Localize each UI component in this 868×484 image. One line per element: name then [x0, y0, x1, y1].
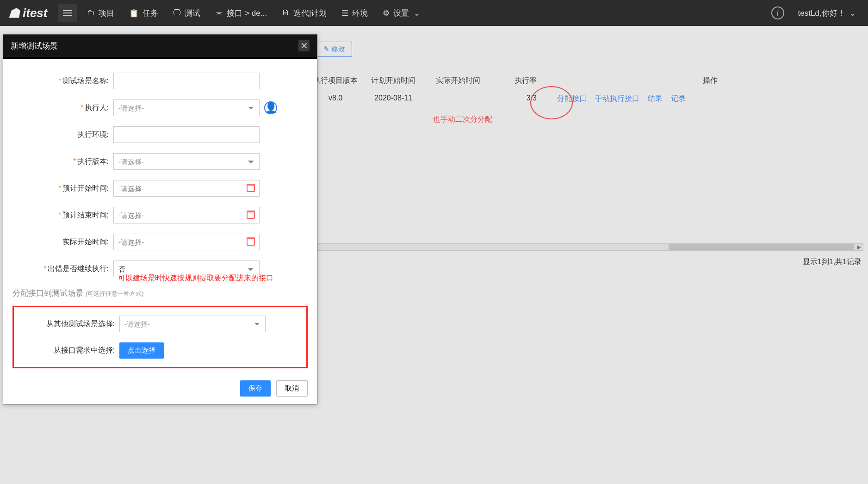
label-plan-start: *预计开始时间:	[12, 184, 113, 193]
row-from-req: 从接口需求中选择: 点击选择	[19, 342, 302, 359]
modal-body: *测试场景名称: *执行人: -请选择- 👤 执行环境: *执行版本: -请选择…	[3, 59, 317, 378]
nav-api[interactable]: ⫘接口 > de...	[208, 0, 274, 26]
add-scene-modal: 新增测试场景 ✕ *测试场景名称: *执行人: -请选择- 👤 执行环境: *执…	[3, 34, 317, 404]
nav-settings[interactable]: ⚙设置 ⌄	[375, 0, 427, 26]
nav-user-greeting[interactable]: testLd,你好！ ⌄	[793, 0, 862, 26]
section-assign-hint: (可选择任意一种方式)	[86, 290, 144, 297]
nav-iteration[interactable]: 🗎迭代|计划	[274, 0, 334, 26]
row-version: *执行版本: -请选择-	[12, 153, 308, 170]
row-plan-start: *预计开始时间:	[12, 180, 308, 197]
search-user-button[interactable]: 👤	[264, 101, 277, 114]
cancel-button[interactable]: 取消	[276, 380, 308, 397]
brand-text: itest	[23, 6, 47, 20]
nav-project[interactable]: 🗀项目	[80, 0, 122, 26]
row-scene-name: *测试场景名称:	[12, 73, 308, 89]
doc-icon: 🗎	[282, 8, 290, 18]
top-navbar: ☗ itest 🗀项目 📋任务 🖵测试 ⫘接口 > de... 🗎迭代|计划 ☰…	[0, 0, 868, 26]
click-select-button[interactable]: 点击选择	[119, 342, 164, 359]
label-actual-start: 实际开始时间:	[12, 237, 113, 247]
input-plan-start[interactable]	[113, 180, 260, 197]
row-plan-end: *预计结束时间:	[12, 207, 308, 223]
user-search-icon: 👤	[265, 102, 277, 114]
label-env: 执行环境:	[12, 130, 113, 140]
user-greeting-text: testLd,你好！	[798, 8, 845, 19]
input-scene-name[interactable]	[113, 73, 260, 89]
input-env[interactable]	[113, 126, 260, 143]
chevron-down-icon: ⌄	[849, 8, 856, 18]
modal-title: 新增测试场景	[11, 41, 58, 51]
label-continue-on-error: *出错是否继续执行:	[12, 264, 113, 274]
stack-icon: ☰	[341, 8, 348, 18]
nav-settings-label: 设置	[393, 8, 409, 19]
modal-footer: 保存 取消	[3, 378, 317, 404]
assign-options-box: 从其他测试场景选择: -请选择- 从接口需求中选择: 点击选择	[12, 306, 308, 368]
section-assign-title: 分配接口到测试场景 (可选择任意一种方式)	[12, 288, 308, 298]
annotation-rule-note: 可以建场景时快速按规则提取要分配进来的接口	[118, 273, 308, 283]
row-from-scene: 从其他测试场景选择: -请选择-	[19, 316, 302, 332]
monitor-icon: 🖵	[173, 8, 181, 18]
clipboard-icon: 📋	[129, 8, 139, 18]
input-actual-start[interactable]	[113, 234, 260, 250]
hamburger-button[interactable]	[58, 4, 77, 22]
calendar-icon[interactable]	[247, 184, 255, 192]
bug-icon: ☗	[8, 6, 20, 21]
input-plan-end[interactable]	[113, 207, 260, 223]
label-plan-end: *预计结束时间:	[12, 211, 113, 220]
label-from-req: 从接口需求中选择:	[19, 346, 119, 355]
row-env: 执行环境:	[12, 126, 308, 143]
nav-iteration-label: 迭代|计划	[293, 8, 327, 19]
nav-api-label: 接口 > de...	[227, 8, 267, 19]
row-actual-start: 实际开始时间:	[12, 234, 308, 250]
select-from-scene[interactable]: -请选择-	[119, 316, 266, 332]
api-icon: ⫘	[215, 8, 223, 18]
info-icon[interactable]: i	[771, 6, 784, 19]
hamburger-icon	[63, 9, 72, 17]
brand-logo: ☗ itest	[0, 6, 56, 21]
calendar-icon[interactable]	[247, 237, 255, 246]
label-from-scene: 从其他测试场景选择:	[19, 319, 119, 329]
label-executor: *执行人:	[12, 103, 113, 113]
folder-icon: 🗀	[87, 8, 95, 18]
select-executor[interactable]: -请选择-	[113, 99, 260, 116]
modal-close-button[interactable]: ✕	[298, 40, 310, 51]
nav-project-label: 项目	[99, 8, 114, 19]
nav-test-label: 测试	[185, 8, 200, 19]
nav-right-group: i testLd,你好！ ⌄	[763, 0, 868, 26]
label-scene-name: *测试场景名称:	[12, 76, 113, 86]
label-version: *执行版本:	[12, 157, 113, 167]
nav-env-label: 环境	[352, 8, 368, 19]
save-button[interactable]: 保存	[240, 380, 271, 397]
nav-test[interactable]: 🖵测试	[166, 0, 208, 26]
gear-icon: ⚙	[383, 8, 390, 18]
modal-header: 新增测试场景 ✕	[3, 35, 317, 59]
row-executor: *执行人: -请选择- 👤	[12, 99, 308, 116]
close-icon: ✕	[300, 40, 308, 51]
nav-task[interactable]: 📋任务	[122, 0, 166, 26]
nav-task-label: 任务	[143, 8, 158, 19]
nav-env[interactable]: ☰环境	[334, 0, 375, 26]
chevron-down-icon: ⌄	[414, 8, 420, 18]
select-version[interactable]: -请选择-	[113, 153, 260, 170]
calendar-icon[interactable]	[247, 211, 255, 219]
